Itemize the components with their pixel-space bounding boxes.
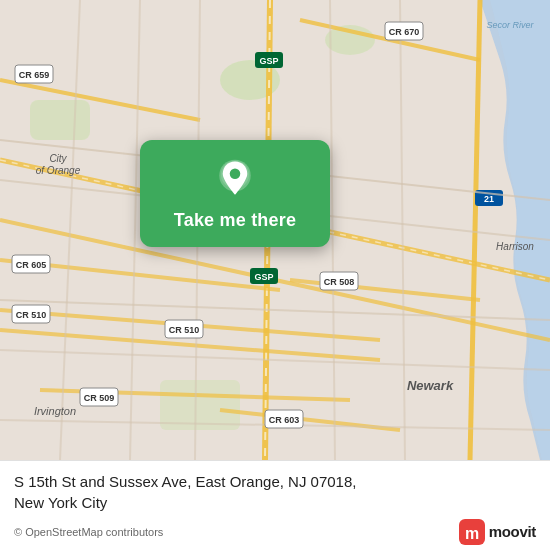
svg-text:GSP: GSP [259, 56, 278, 66]
address-city: New York City [14, 494, 107, 511]
map-container: 21 CR 659 CR 670 CR 605 CR 510 CR 510 CR… [0, 0, 550, 460]
svg-point-59 [230, 169, 241, 180]
svg-text:of Orange: of Orange [36, 165, 81, 176]
svg-text:Secor River: Secor River [486, 20, 534, 30]
svg-text:CR 510: CR 510 [169, 325, 200, 335]
svg-text:CR 509: CR 509 [84, 393, 115, 403]
svg-text:m: m [465, 525, 479, 542]
svg-rect-2 [30, 100, 90, 140]
bottom-footer: © OpenStreetMap contributors m moovit [14, 519, 536, 545]
address-line1: S 15th St and Sussex Ave, East Orange, N… [14, 473, 356, 490]
location-pin-icon [214, 158, 256, 200]
svg-text:CR 508: CR 508 [324, 277, 355, 287]
svg-text:Irvington: Irvington [34, 405, 76, 417]
svg-text:CR 605: CR 605 [16, 260, 47, 270]
moovit-icon: m [459, 519, 485, 545]
svg-text:Newark: Newark [407, 378, 454, 393]
svg-text:21: 21 [484, 194, 494, 204]
svg-text:CR 603: CR 603 [269, 415, 300, 425]
attribution-text: © OpenStreetMap contributors [14, 526, 163, 538]
svg-text:GSP: GSP [254, 272, 273, 282]
svg-text:CR 670: CR 670 [389, 27, 420, 37]
svg-text:Harrison: Harrison [496, 241, 534, 252]
moovit-brand-text: moovit [489, 523, 536, 540]
moovit-logo: m moovit [459, 519, 536, 545]
svg-text:City: City [49, 153, 67, 164]
bottom-bar: S 15th St and Sussex Ave, East Orange, N… [0, 460, 550, 550]
svg-text:CR 659: CR 659 [19, 70, 50, 80]
svg-text:CR 510: CR 510 [16, 310, 47, 320]
take-me-card[interactable]: Take me there [140, 140, 330, 247]
take-me-there-label: Take me there [174, 210, 296, 231]
address-text: S 15th St and Sussex Ave, East Orange, N… [14, 471, 536, 513]
